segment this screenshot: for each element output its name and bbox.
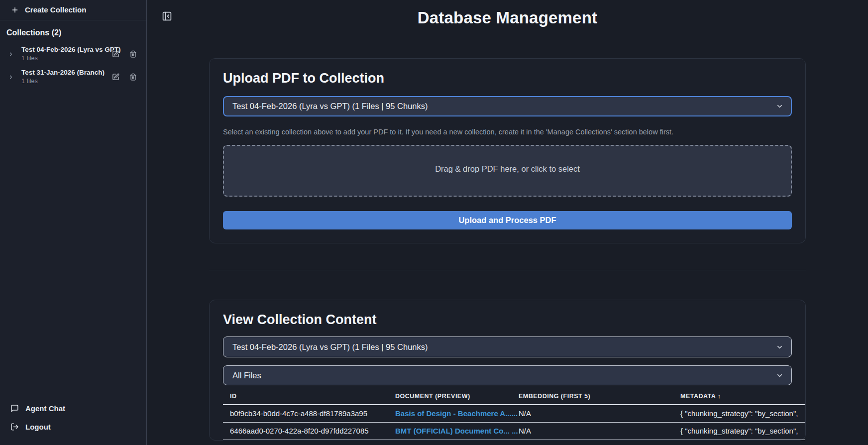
collection-name[interactable]: Test 04-Feb-2026 (Lyra vs GPT) (21, 46, 108, 53)
file-filter-select[interactable]: All Files (223, 365, 792, 385)
chevron-down-icon (776, 343, 783, 351)
column-header-id[interactable]: ID (223, 393, 395, 405)
chat-icon (10, 404, 19, 413)
upload-collection-select-value: Test 04-Feb-2026 (Lyra vs GPT) (1 Files … (232, 102, 776, 111)
view-collection-select-value: Test 04-Feb-2026 (Lyra vs GPT) (1 Files … (232, 342, 776, 352)
cell-embedding: N/A (519, 405, 680, 422)
view-heading: View Collection Content (223, 312, 792, 328)
upload-card: Upload PDF to Collection Test 04-Feb-202… (209, 58, 806, 243)
upload-heading: Upload PDF to Collection (223, 71, 792, 86)
logout-icon (10, 423, 19, 431)
sidebar: Create Collection Collections (2) Test 0… (0, 0, 147, 445)
collection-content-table: ID DOCUMENT (PREVIEW) EMBEDDING (FIRST 5… (223, 393, 805, 440)
cell-metadata: { "chunking_strategy": "by_section", (680, 422, 805, 440)
cell-metadata: { "chunking_strategy": "by_section", (680, 405, 805, 422)
dropzone-text: Drag & drop PDF here, or click to select (435, 164, 580, 174)
edit-icon[interactable] (110, 49, 121, 59)
collection-file-count: 1 files (21, 78, 108, 85)
collection-item[interactable]: Test 31-Jan-2026 (Branch) 1 files (0, 65, 146, 88)
column-header-metadata[interactable]: METADATA ↑ (680, 393, 805, 405)
column-header-embedding[interactable]: EMBEDDING (FIRST 5) (519, 393, 680, 405)
table-row: 6466aad0-0270-422a-8f20-d97fdd227085 BMT… (223, 422, 805, 440)
cell-id: b0f9cb34-b0dd-4c7c-a488-df81789a3a95 (223, 405, 395, 422)
logout-label: Logout (25, 423, 51, 431)
view-collection-select[interactable]: Test 04-Feb-2026 (Lyra vs GPT) (1 Files … (223, 336, 792, 357)
section-divider (209, 270, 806, 270)
page-title: Database Management (147, 8, 868, 27)
upload-collection-select[interactable]: Test 04-Feb-2026 (Lyra vs GPT) (1 Files … (223, 96, 792, 116)
file-filter-select-value: All Files (232, 371, 776, 380)
logout-button[interactable]: Logout (0, 418, 146, 436)
view-collection-card: View Collection Content Test 04-Feb-2026… (209, 300, 806, 441)
collapse-sidebar-icon[interactable] (160, 9, 173, 22)
chevron-right-icon[interactable] (8, 74, 14, 80)
main-content: Database Management Upload PDF to Collec… (147, 0, 868, 445)
collections-heading: Collections (2) (0, 20, 146, 42)
agent-chat-label: Agent Chat (25, 404, 65, 413)
collection-file-count: 1 files (21, 55, 108, 62)
create-collection-label: Create Collection (25, 5, 86, 14)
chevron-right-icon[interactable] (8, 51, 14, 57)
upload-process-button[interactable]: Upload and Process PDF (223, 211, 792, 229)
table-row: b0f9cb34-b0dd-4c7c-a488-df81789a3a95 Bas… (223, 405, 805, 422)
column-header-document[interactable]: DOCUMENT (PREVIEW) (395, 393, 519, 405)
trash-icon[interactable] (128, 72, 138, 82)
upload-helper-text: Select an existing collection above to a… (223, 128, 792, 136)
chevron-down-icon (776, 372, 783, 379)
plus-icon (11, 6, 19, 14)
chevron-down-icon (776, 103, 783, 110)
collection-name[interactable]: Test 31-Jan-2026 (Branch) (21, 69, 108, 76)
agent-chat-button[interactable]: Agent Chat (0, 399, 146, 418)
collection-item[interactable]: Test 04-Feb-2026 (Lyra vs GPT) 1 files (0, 42, 146, 65)
cell-embedding: N/A (519, 422, 680, 440)
cell-id: 6466aad0-0270-422a-8f20-d97fdd227085 (223, 422, 395, 440)
edit-icon[interactable] (110, 72, 121, 82)
create-collection-button[interactable]: Create Collection (0, 0, 146, 20)
trash-icon[interactable] (128, 49, 138, 59)
document-preview-link[interactable]: Basis of Design - Beachmere A...... (395, 409, 518, 418)
pdf-dropzone[interactable]: Drag & drop PDF here, or click to select (223, 145, 792, 197)
document-preview-link[interactable]: BMT (OFFICIAL) Document Co... ... (395, 427, 518, 435)
